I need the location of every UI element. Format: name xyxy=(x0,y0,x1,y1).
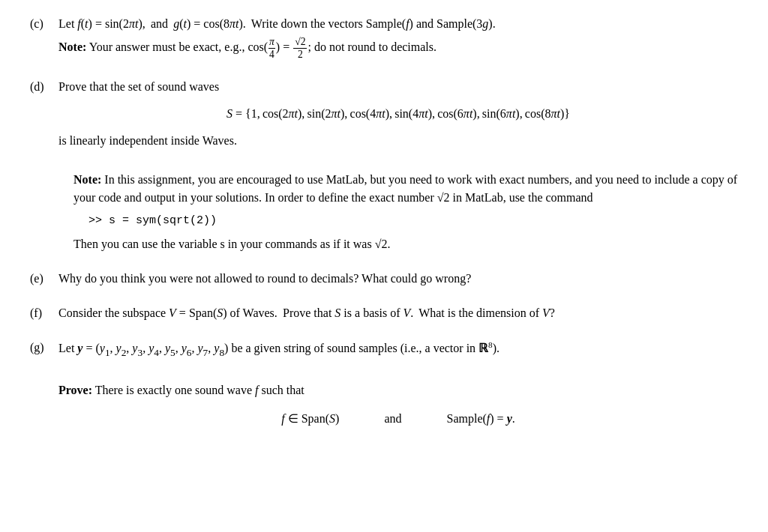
section-f-text: Consider the subspace V = Span(S) of Wav… xyxy=(58,304,738,322)
math-and: and xyxy=(384,410,401,428)
section-c-label: (c) xyxy=(30,15,58,33)
note-label: Note: xyxy=(58,40,86,53)
section-d-text2: is linearly independent inside Waves. xyxy=(58,132,738,150)
math-right: Sample(f) = y. xyxy=(446,410,514,428)
section-d-label: (d) xyxy=(30,78,58,96)
section-d-set: S = {1, cos(2πt), sin(2πt), cos(4πt), si… xyxy=(58,105,738,123)
section-g-text1: Let y = (y1, y2, y3, y4, y5, y6, y7, y8)… xyxy=(58,339,738,360)
section-f: (f) Consider the subspace V = Span(S) of… xyxy=(30,304,738,325)
section-g-content: Let y = (y1, y2, y3, y4, y5, y6, y7, y8)… xyxy=(58,339,738,438)
section-e-content: Why do you think you were not allowed to… xyxy=(58,270,738,291)
section-c-text: Let f(t) = sin(2πt), and g(t) = cos(8πt)… xyxy=(58,15,738,33)
section-e: (e) Why do you think you were not allowe… xyxy=(30,270,738,291)
section-g-label: (g) xyxy=(30,339,58,357)
section-f-label: (f) xyxy=(30,304,58,322)
note-label-d: Note: xyxy=(74,173,101,186)
section-d-text1: Prove that the set of sound waves xyxy=(58,78,738,96)
section-d: (d) Prove that the set of sound waves S … xyxy=(30,78,738,257)
section-d-content: Prove that the set of sound waves S = {1… xyxy=(58,78,738,257)
section-c: (c) Let f(t) = sin(2πt), and g(t) = cos(… xyxy=(30,15,738,64)
code-block: >> s = sym(sqrt(2)) xyxy=(88,213,738,230)
section-d-note-block: Note: In this assignment, you are encour… xyxy=(74,171,738,254)
section-g-prove: Prove: There is exactly one sound wave f… xyxy=(58,381,738,399)
section-c-content: Let f(t) = sin(2πt), and g(t) = cos(8πt)… xyxy=(58,15,738,64)
section-g: (g) Let y = (y1, y2, y3, y4, y5, y6, y7,… xyxy=(30,339,738,438)
section-c-note: Note: Your answer must be exact, e.g., c… xyxy=(58,36,738,61)
section-d-text3: Then you can use the variable s in your … xyxy=(74,235,738,253)
section-e-text: Why do you think you were not allowed to… xyxy=(58,270,738,288)
section-f-content: Consider the subspace V = Span(S) of Wav… xyxy=(58,304,738,325)
prove-label: Prove: xyxy=(58,384,92,396)
section-d-note: Note: In this assignment, you are encour… xyxy=(74,171,738,207)
section-e-label: (e) xyxy=(30,270,58,288)
section-g-math: f ∈ Span(S) and Sample(f) = y. xyxy=(58,410,738,428)
math-left: f ∈ Span(S) xyxy=(281,410,339,428)
